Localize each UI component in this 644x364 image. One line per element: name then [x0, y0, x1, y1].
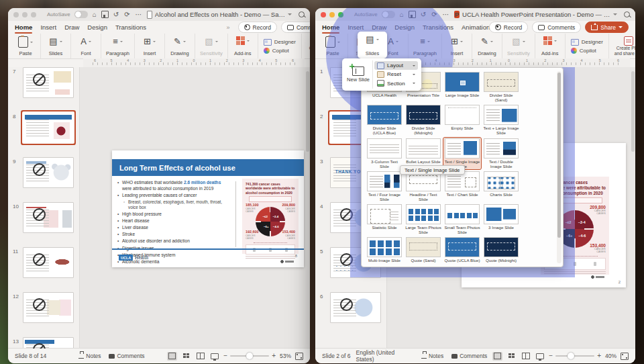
slides-group-button-open[interactable]: ▤ Slides: [358, 32, 387, 58]
notes-button[interactable]: Notes: [421, 353, 443, 359]
more-icon[interactable]: ⋯: [135, 11, 143, 18]
title-chevron-icon[interactable]: [288, 13, 292, 15]
comments-toggle-button[interactable]: Comments: [109, 353, 144, 359]
share-button[interactable]: Share: [585, 21, 629, 33]
zoom-out-button[interactable]: −: [223, 353, 227, 359]
slide-thumbnail[interactable]: 6: [315, 292, 382, 323]
traffic-lights[interactable]: [13, 12, 36, 17]
tab-overflow-icon[interactable]: »: [462, 24, 466, 31]
layout-gallery-item[interactable]: Small Team Photos Slide: [443, 203, 481, 235]
search-icon[interactable]: [299, 11, 305, 17]
view-slideshow-button[interactable]: [209, 352, 219, 361]
ribbon-tab[interactable]: Insert: [347, 22, 364, 32]
layout-gallery-item[interactable]: Charts Slide: [482, 171, 520, 202]
ribbon-group-button[interactable]: ▧ Sensitivity: [502, 34, 535, 58]
ribbon-group-button[interactable]: ✎ Drawing: [165, 34, 195, 58]
view-reading-button[interactable]: [521, 352, 531, 361]
layout-gallery-item[interactable]: Multi-Image Slide: [366, 236, 403, 267]
ribbon-tab[interactable]: Home: [322, 22, 339, 32]
ribbon-group-button[interactable]: ▧ Sensitivity: [195, 34, 228, 58]
slide-thumbnail[interactable]: 7: [8, 67, 75, 98]
zoom-out-button[interactable]: −: [549, 353, 553, 359]
ribbon-group-button[interactable]: Paste: [11, 34, 41, 58]
view-sorter-button[interactable]: [181, 352, 191, 361]
save-icon[interactable]: [409, 11, 416, 18]
layout-gallery-item[interactable]: Large Team Photos Slide: [405, 203, 442, 235]
slide-thumbnail-panel[interactable]: 7 8 9 10 11: [8, 67, 80, 349]
ribbon-group-button[interactable]: ✎ Drawing: [472, 34, 502, 58]
layout-gallery-item[interactable]: Divider Slide (Sand): [482, 71, 520, 103]
zoom-percentage[interactable]: 40%: [605, 353, 616, 359]
layout-gallery-item[interactable]: Headline / Text Slide: [405, 171, 442, 202]
fit-to-window-button[interactable]: [621, 353, 629, 360]
layout-gallery-item[interactable]: Bullet Layout Slide: [405, 138, 442, 169]
search-icon[interactable]: [624, 11, 630, 17]
home-icon[interactable]: ⌂: [92, 11, 97, 18]
layout-gallery-item[interactable]: Text / Single Image Slide: [443, 138, 481, 169]
zoom-slider[interactable]: [230, 355, 269, 357]
ribbon-group-button[interactable]: A Font: [71, 34, 101, 58]
gallery-scrollbar[interactable]: [557, 71, 561, 263]
layout-gallery-item[interactable]: Text / Double Image Slide: [482, 138, 520, 169]
ribbon-group-button[interactable]: Paste: [318, 34, 348, 58]
ribbon-group-button[interactable]: ⊞ Insert: [135, 34, 165, 58]
notes-button[interactable]: Notes: [78, 353, 101, 359]
designer-button[interactable]: Designer: [571, 39, 603, 46]
traffic-lights[interactable]: [321, 12, 343, 17]
language-indicator[interactable]: English (United States): [356, 349, 407, 363]
editor-scrollbar[interactable]: [631, 71, 635, 152]
view-normal-button[interactable]: [167, 352, 177, 361]
zoom-button[interactable]: [31, 12, 36, 17]
ribbon-tab[interactable]: Draw: [372, 22, 386, 32]
layout-gallery-item[interactable]: Divider Slide (UCLA Blue): [366, 104, 403, 136]
layout-gallery-item[interactable]: Text / Chart Slide: [443, 171, 481, 202]
minimize-button[interactable]: [22, 12, 28, 17]
autosave-toggle[interactable]: [382, 11, 395, 18]
close-button[interactable]: [13, 12, 19, 17]
layout-gallery-item[interactable]: 3 Image Slide: [482, 203, 520, 235]
menu-item[interactable]: Section: [374, 79, 418, 88]
more-icon[interactable]: ⋯: [442, 11, 450, 18]
minimize-button[interactable]: [329, 12, 335, 17]
ribbon-tab[interactable]: Transitions: [423, 22, 453, 32]
slide-thumbnail[interactable]: 12: [8, 292, 75, 323]
fit-to-window-button[interactable]: [295, 353, 303, 360]
autosave-toggle[interactable]: [74, 11, 88, 18]
menu-item[interactable]: Layout: [374, 61, 418, 70]
ribbon-group-button[interactable]: Add-ins: [228, 34, 258, 58]
zoom-slider-knob[interactable]: [246, 353, 253, 359]
redo-icon[interactable]: ⟳: [431, 11, 437, 18]
view-sorter-button[interactable]: [506, 352, 517, 361]
ribbon-tab[interactable]: Insert: [40, 22, 56, 32]
ribbon-tab[interactable]: Home: [15, 22, 32, 32]
slide-thumbnail[interactable]: 8: [8, 112, 75, 143]
ribbon-tab[interactable]: Draw: [64, 22, 79, 32]
layout-gallery-item[interactable]: Text + Large Image Slide: [482, 104, 520, 136]
create-pdf-button[interactable]: Create PDF and share: [302, 34, 310, 58]
create-pdf-button[interactable]: Create PDF and share link: [609, 34, 635, 58]
zoom-slider[interactable]: [555, 355, 594, 357]
zoom-percentage[interactable]: 53%: [280, 353, 291, 359]
ribbon-group-button[interactable]: ▤ Slides: [41, 34, 71, 58]
slide-thumbnail[interactable]: 11: [8, 247, 75, 278]
copilot-button[interactable]: Copilot: [264, 48, 296, 54]
comments-toggle-button[interactable]: Comments: [451, 353, 487, 359]
new-slide-button[interactable]: New Slide: [344, 60, 373, 89]
comments-button[interactable]: Comments: [281, 21, 310, 33]
layout-gallery-item[interactable]: Divider Slide (Midnight): [405, 104, 442, 136]
layout-gallery-item[interactable]: Text / Four Image Slide: [366, 171, 403, 202]
zoom-in-button[interactable]: +: [272, 353, 276, 359]
layout-gallery-item[interactable]: 3-Column Text Slide: [366, 138, 403, 169]
view-reading-button[interactable]: [195, 352, 205, 361]
ribbon-group-button[interactable]: ≡ Paragraph: [101, 34, 135, 58]
view-slideshow-button[interactable]: [535, 352, 545, 361]
ribbon-group-button[interactable]: ≡ Paragraph: [409, 34, 442, 58]
zoom-button[interactable]: [338, 12, 343, 17]
undo-icon[interactable]: ↺: [420, 11, 427, 18]
record-button[interactable]: Record: [238, 21, 277, 33]
home-icon[interactable]: ⌂: [399, 11, 405, 18]
ribbon-group-button[interactable]: Add-ins: [535, 34, 566, 58]
menu-item[interactable]: Reset: [374, 70, 418, 79]
layout-gallery-item[interactable]: Quote (Midnight): [482, 236, 520, 267]
ribbon-tab[interactable]: Design: [394, 22, 415, 32]
